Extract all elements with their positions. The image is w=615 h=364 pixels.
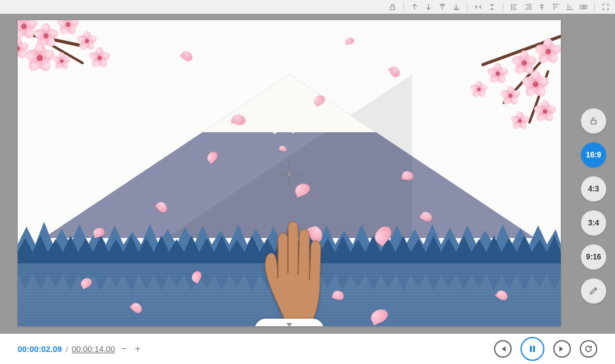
expand-icon[interactable] [600,1,611,13]
hand-cursor [226,204,352,326]
playback-bar: 00:00:02.09 / 00:00:14.00 − + [0,334,615,364]
next-button[interactable] [553,340,571,358]
pause-button[interactable] [520,337,544,361]
lock-ratio-button[interactable] [581,108,606,134]
toolbar-separator [403,3,404,11]
time-separator: / [66,344,68,354]
send-back-icon[interactable] [451,1,462,13]
zoom-in-button[interactable]: + [132,343,142,355]
svg-rect-2 [585,5,587,8]
flip-horizontal-icon[interactable] [473,1,484,13]
toolbar-separator [503,3,503,11]
arrow-down-icon[interactable] [423,1,434,13]
distribute-icon[interactable] [578,1,589,13]
replay-button[interactable] [580,340,597,358]
time-display: 00:00:02.09 / 00:00:14.00 − + [18,343,142,355]
toolbar-separator [594,3,595,11]
zoom-out-button[interactable]: − [118,343,129,355]
toolbar-separator [467,3,468,11]
playback-controls [494,337,597,361]
svg-rect-5 [533,346,535,352]
lock-icon[interactable] [387,1,398,13]
drawer-toggle[interactable] [255,319,324,326]
align-center-icon[interactable] [536,1,548,13]
ratio-3-4[interactable]: 3:4 [581,210,606,236]
align-top-icon[interactable] [550,1,561,13]
edit-ratio-button[interactable] [581,278,606,304]
arrow-up-icon[interactable] [409,1,420,13]
svg-rect-3 [591,120,596,124]
current-time: 00:00:02.09 [18,344,62,354]
canvas[interactable] [18,20,561,326]
ratio-16-9[interactable]: 16:9 [581,142,606,168]
svg-rect-1 [580,5,583,8]
aspect-ratio-stack: 16:9 4:3 3:4 9:16 [581,108,606,304]
ratio-9-16[interactable]: 9:16 [581,244,606,270]
bring-front-icon[interactable] [437,1,448,13]
flip-vertical-icon[interactable] [486,1,498,13]
toolbar [0,0,615,14]
stage: 16:9 4:3 3:4 9:16 [0,14,615,334]
align-left-icon[interactable] [509,1,520,13]
ratio-4-3[interactable]: 4:3 [581,176,606,202]
align-right-icon[interactable] [522,1,534,13]
total-time[interactable]: 00:00:14.00 [72,344,115,354]
blossom-top-right [428,39,561,146]
align-bottom-icon[interactable] [564,1,575,13]
svg-rect-0 [391,6,395,9]
svg-rect-4 [530,346,532,352]
blossom-top-left [18,20,150,105]
previous-button[interactable] [494,340,512,358]
